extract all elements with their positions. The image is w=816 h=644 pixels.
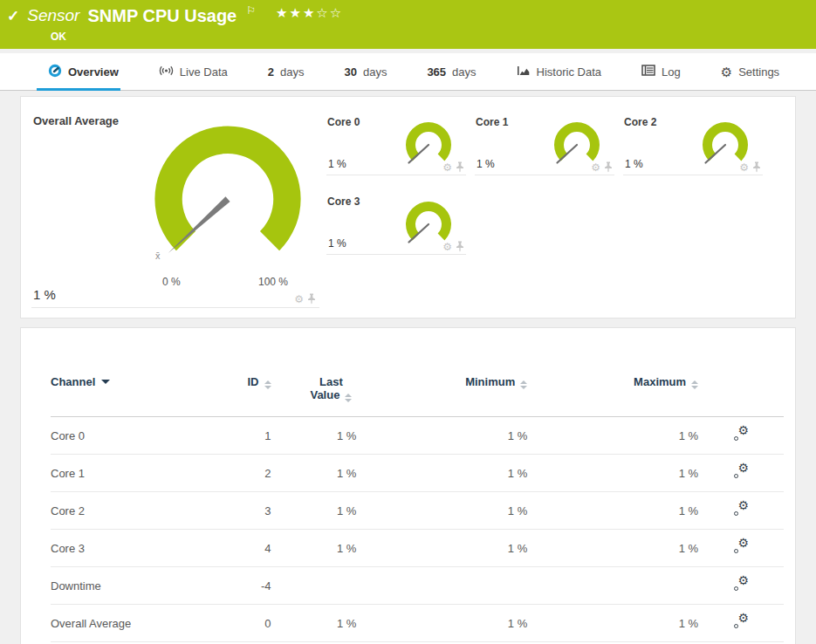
channel-last-value: 1 % xyxy=(271,417,357,455)
channel-maximum: 1 % xyxy=(527,455,698,492)
gauge-cell-core-3: Core 3 1 % ⚙ xyxy=(326,187,466,255)
channel-maximum: 1 % xyxy=(527,492,698,530)
pin-icon[interactable] xyxy=(456,161,464,173)
gauge-cell-actions: ⚙ xyxy=(442,161,464,173)
tab-bar: Overview Live Data 2 days 30 days 365 da… xyxy=(0,53,816,91)
gauge-icon xyxy=(48,64,62,80)
column-header-id[interactable]: ID xyxy=(217,354,271,417)
table-row-overall-average[interactable]: Overall Average 0 1 % 1 % 1 % ⚙ xyxy=(51,605,784,642)
column-header-channel[interactable]: Channel xyxy=(51,354,217,417)
gear-icon: ⚙ xyxy=(721,65,732,79)
table-row-core-3[interactable]: Core 3 4 1 % 1 % 1 % ⚙ xyxy=(51,530,784,567)
channel-maximum: 1 % xyxy=(527,530,698,567)
gear-icon[interactable]: ⚙ xyxy=(739,162,749,173)
channel-name[interactable]: Core 2 xyxy=(51,492,217,530)
channel-name[interactable]: Downtime xyxy=(51,567,217,605)
tab-label: Historic Data xyxy=(537,65,601,79)
gauge-value: 1 % xyxy=(328,237,346,250)
tab-label: Settings xyxy=(738,65,779,79)
gauge-title: Core 3 xyxy=(327,195,360,208)
table-row-core-1[interactable]: Core 1 2 1 % 1 % 1 % ⚙ xyxy=(51,455,784,492)
core-gauges-grid: Core 0 1 % ⚙ Core 1 xyxy=(326,107,763,307)
stars-filled: ★★★ xyxy=(276,5,316,20)
table-row-downtime[interactable]: Downtime -4 ⚙ xyxy=(51,567,784,605)
priority-stars[interactable]: ★★★☆☆ xyxy=(276,4,343,22)
column-header-actions xyxy=(698,354,784,417)
channel-minimum: 1 % xyxy=(356,530,527,567)
tab-label: days xyxy=(280,65,304,79)
tab-365-days[interactable]: 365 days xyxy=(427,53,476,90)
gear-icon[interactable]: ⚙ xyxy=(442,162,452,173)
pin-icon[interactable] xyxy=(752,161,761,173)
tab-label: Overview xyxy=(68,65,119,79)
gauges-panel: Overall Average x̄ 0 % 100 % 1 % ⚙ Cor xyxy=(20,96,796,319)
chart-icon xyxy=(517,65,531,79)
channel-settings-gears-icon[interactable]: ⚙ xyxy=(733,502,749,517)
gauge-arc xyxy=(154,126,300,250)
tab-2-days[interactable]: 2 days xyxy=(268,53,305,90)
gear-icon[interactable]: ⚙ xyxy=(294,294,304,305)
broadcast-icon xyxy=(159,64,174,80)
column-header-maximum[interactable]: Maximum xyxy=(527,354,698,417)
table-row-core-0[interactable]: Core 0 1 1 % 1 % 1 % ⚙ xyxy=(51,417,784,455)
table-row-core-2[interactable]: Core 2 3 1 % 1 % 1 % ⚙ xyxy=(51,492,784,530)
channel-minimum: 1 % xyxy=(356,455,527,492)
gauge-cell-actions: ⚙ xyxy=(294,293,316,305)
column-header-last-value[interactable]: Last Value xyxy=(271,354,357,417)
tab-overview[interactable]: Overview xyxy=(48,53,119,90)
channel-last-value xyxy=(271,567,357,605)
column-header-minimum[interactable]: Minimum xyxy=(356,354,527,417)
average-marker: x̄ xyxy=(155,250,161,261)
channel-maximum xyxy=(527,567,698,605)
channel-minimum: 1 % xyxy=(356,492,527,530)
stars-empty: ☆☆ xyxy=(316,5,343,20)
tab-label: days xyxy=(363,65,387,79)
flag-icon[interactable]: ⚐ xyxy=(246,4,256,17)
object-kind-label: Sensor xyxy=(27,4,79,27)
tab-live-data[interactable]: Live Data xyxy=(159,53,228,90)
gear-icon[interactable]: ⚙ xyxy=(442,242,452,252)
gauge-scale-min: 0 % xyxy=(162,276,181,288)
sorted-desc-icon xyxy=(101,380,110,384)
gauge-title: Core 0 xyxy=(327,116,360,128)
gauge-cell-actions: ⚙ xyxy=(442,241,464,252)
channel-last-value: 1 % xyxy=(271,492,357,530)
tab-30-days[interactable]: 30 days xyxy=(344,53,387,90)
channels-table: Channel ID Last Value Minimum Maximum Co… xyxy=(51,354,784,642)
channel-name[interactable]: Core 1 xyxy=(51,455,217,492)
channel-name[interactable]: Overall Average xyxy=(51,605,217,642)
tab-settings[interactable]: ⚙ Settings xyxy=(721,53,779,90)
channel-id: 1 xyxy=(217,417,271,455)
channel-settings-gears-icon[interactable]: ⚙ xyxy=(733,464,749,479)
content-area: Overall Average x̄ 0 % 100 % 1 % ⚙ Cor xyxy=(0,91,816,644)
sort-icon xyxy=(520,380,527,389)
channel-id: 4 xyxy=(217,530,271,567)
pin-icon[interactable] xyxy=(456,241,464,252)
channel-name[interactable]: Core 0 xyxy=(51,417,217,455)
channel-id: 3 xyxy=(217,492,271,530)
channel-settings-gears-icon[interactable]: ⚙ xyxy=(733,614,749,629)
channel-id: 0 xyxy=(217,605,271,642)
gauge-value: 1 % xyxy=(625,158,643,170)
pin-icon[interactable] xyxy=(604,161,613,173)
tab-label: days xyxy=(452,65,476,79)
channel-settings-gears-icon[interactable]: ⚙ xyxy=(733,539,749,554)
channel-minimum xyxy=(356,567,527,605)
pin-icon[interactable] xyxy=(307,293,316,305)
log-icon xyxy=(641,65,655,79)
channel-last-value: 1 % xyxy=(271,530,357,567)
channel-settings-gears-icon[interactable]: ⚙ xyxy=(733,577,749,592)
tab-label: Log xyxy=(662,65,681,79)
tab-day-count: 30 xyxy=(344,65,356,79)
table-header-row: Channel ID Last Value Minimum Maximum xyxy=(51,354,784,417)
gear-icon[interactable]: ⚙ xyxy=(591,162,600,173)
channel-settings-gears-icon[interactable]: ⚙ xyxy=(733,427,749,442)
tab-log[interactable]: Log xyxy=(641,53,681,90)
channel-minimum: 1 % xyxy=(356,605,527,642)
channel-minimum: 1 % xyxy=(356,417,527,455)
channel-name[interactable]: Core 3 xyxy=(51,530,217,567)
gauge-cell-actions: ⚙ xyxy=(739,161,761,173)
tab-historic-data[interactable]: Historic Data xyxy=(517,53,601,90)
gauge-cell-core-1: Core 1 1 % ⚙ xyxy=(475,107,614,175)
channel-maximum: 1 % xyxy=(527,605,698,642)
